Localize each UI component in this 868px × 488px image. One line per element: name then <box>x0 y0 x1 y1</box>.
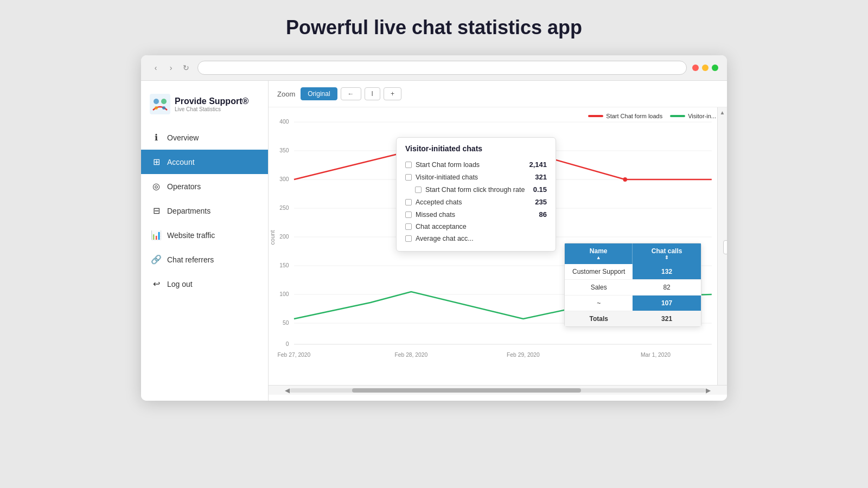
subtable-td-value-sales: 82 <box>633 280 700 295</box>
sidebar-item-chat-referrers[interactable]: 🔗Chat referrers <box>141 247 268 272</box>
subtable-row-totals: Totals 321 <box>565 311 701 326</box>
tooltip-checkbox-acceptance[interactable] <box>405 223 412 230</box>
main-content: Zoom Original ← I + Start Chat form load… <box>269 81 727 401</box>
sidebar-item-operators[interactable]: ◎Operators <box>141 174 268 198</box>
tooltip-row-clickthrough: Start Chat form click through rate 0.15 <box>405 183 547 196</box>
nav-refresh-button[interactable]: ↻ <box>180 62 192 74</box>
sidebar-icon-chat-referrers: 🔗 <box>151 254 162 265</box>
scroll-right-arrow[interactable]: ▶ <box>706 387 711 394</box>
svg-text:150: 150 <box>279 262 289 268</box>
browser-nav: ‹ › ↻ <box>150 62 192 74</box>
tooltip-value-visitor-chats: 321 <box>535 173 547 181</box>
tooltip-checkbox-form-loads[interactable] <box>405 162 412 168</box>
svg-text:Mar 1, 2020: Mar 1, 2020 <box>641 351 671 358</box>
sidebar-label-website-traffic: Website traffic <box>167 231 215 240</box>
sidebar-item-overview[interactable]: ℹOverview <box>141 125 268 150</box>
traffic-lights <box>692 65 718 71</box>
sidebar-icon-overview: ℹ <box>151 132 162 143</box>
svg-text:350: 350 <box>279 147 289 153</box>
url-bar[interactable] <box>197 61 687 75</box>
subtable-header: Name▲ Chat calls⇕ <box>565 243 701 264</box>
svg-text:Feb 27, 2020: Feb 27, 2020 <box>278 351 311 358</box>
tooltip-row-accepted: Accepted chats 235 <box>405 196 547 208</box>
sidebar-icon-account: ⊞ <box>151 157 162 167</box>
subtable-row-tilde: ~ 107 <box>565 296 701 311</box>
sidebar-icon-log-out: ↩ <box>151 279 162 289</box>
sidebar-icon-departments: ⊟ <box>151 206 162 216</box>
page-title: Powerful live chat statistics app <box>286 16 582 39</box>
scrollbar-horizontal[interactable]: ◀ ▶ <box>269 385 727 395</box>
zoom-original-button[interactable]: Original <box>301 87 337 100</box>
sidebar-items-container: ℹOverview⊞Account◎Operators⊟Departments📊… <box>141 125 268 296</box>
chart-toolbar: Zoom Original ← I + <box>269 81 727 107</box>
svg-text:Feb 29, 2020: Feb 29, 2020 <box>507 351 540 358</box>
svg-text:0: 0 <box>286 341 289 347</box>
svg-text:100: 100 <box>279 291 289 297</box>
sidebar-icon-website-traffic: 📊 <box>151 230 162 240</box>
tooltip-label-form-loads: Start Chat form loads <box>416 161 480 169</box>
tooltip-label-accepted: Accepted chats <box>416 198 462 206</box>
tooltip-label-visitor-chats: Visitor-initiated chats <box>416 174 478 181</box>
sidebar-item-website-traffic[interactable]: 📊Website traffic <box>141 223 268 247</box>
tooltip-label-clickthrough: Start Chat form click through rate <box>425 186 525 194</box>
logo-brand: Provide Support® <box>175 97 248 106</box>
svg-point-4 <box>162 106 165 110</box>
subtable-td-name-tilde: ~ <box>565 296 633 311</box>
scroll-left-arrow[interactable]: ◀ <box>285 387 290 394</box>
zoom-minus-button[interactable]: ← <box>341 87 361 100</box>
subtable-th-calls[interactable]: Chat calls⇕ <box>633 243 700 264</box>
logo-text-block: Provide Support® Live Chat Statistics <box>175 97 248 112</box>
tooltip-label-avg-acc: Average chat acc... <box>416 235 474 242</box>
subtable-td-value-cs: 132 <box>633 264 700 279</box>
tooltip-row-acceptance: Chat acceptance <box>405 221 547 233</box>
nav-back-button[interactable]: ‹ <box>150 62 162 74</box>
traffic-light-yellow <box>702 65 709 71</box>
subtable-row-customer-support: Customer Support 132 <box>565 264 701 280</box>
tooltip-value-form-loads: 2,141 <box>529 160 547 169</box>
logo-icon <box>150 94 170 114</box>
sidebar-label-account: Account <box>167 158 195 166</box>
svg-text:Feb 28, 2020: Feb 28, 2020 <box>394 351 427 358</box>
sort-arrow-name: ▲ <box>572 255 624 260</box>
subtable-th-name[interactable]: Name▲ <box>565 243 633 264</box>
tooltip-checkbox-clickthrough[interactable] <box>415 187 422 193</box>
scroll-up-arrow[interactable]: ▲ <box>720 110 725 115</box>
svg-point-3 <box>155 106 158 110</box>
nav-forward-button[interactable]: › <box>165 62 177 74</box>
subtable-td-name-totals: Totals <box>565 311 633 326</box>
svg-point-2 <box>161 99 167 104</box>
zoom-label: Zoom <box>277 90 295 98</box>
browser-window: ‹ › ↻ Pr <box>141 55 727 401</box>
sidebar-item-log-out[interactable]: ↩Log out <box>141 272 268 296</box>
tooltip-title: Visitor-initiated chats <box>405 144 547 153</box>
traffic-light-green <box>712 65 718 71</box>
zoom-reset-button[interactable]: I <box>365 87 380 100</box>
subtable-td-name-cs: Customer Support <box>565 264 633 279</box>
scrollbar-thumb-h[interactable] <box>352 388 581 393</box>
subtable-toggle-button[interactable]: ▲ <box>723 240 727 254</box>
sidebar-item-account[interactable]: ⊞Account <box>141 150 268 174</box>
tooltip-row-visitor-chats: Visitor-initiated chats 321 <box>405 171 547 183</box>
zoom-plus-button[interactable]: + <box>384 87 401 100</box>
tooltip-label-missed: Missed chats <box>416 211 455 219</box>
svg-point-1 <box>154 99 159 104</box>
sidebar-label-overview: Overview <box>167 133 199 142</box>
svg-point-24 <box>623 177 627 182</box>
tooltip-checkbox-visitor-chats[interactable] <box>405 174 412 181</box>
tooltip-value-missed: 86 <box>539 210 547 219</box>
tooltip-label-acceptance: Chat acceptance <box>416 223 467 230</box>
svg-text:250: 250 <box>279 204 289 211</box>
chart-area: Start Chat form loads Visitor-in... 400 … <box>269 107 727 395</box>
svg-text:400: 400 <box>279 118 289 125</box>
tooltip-checkbox-accepted[interactable] <box>405 199 412 206</box>
logo-sub: Live Chat Statistics <box>175 106 248 112</box>
svg-text:200: 200 <box>279 233 289 240</box>
sidebar-item-departments[interactable]: ⊟Departments <box>141 198 268 223</box>
tooltip-checkbox-avg-acc[interactable] <box>405 235 412 242</box>
svg-text:50: 50 <box>283 319 289 326</box>
sort-arrow-calls: ⇕ <box>640 255 693 260</box>
tooltip-checkbox-missed[interactable] <box>405 211 412 218</box>
browser-bar: ‹ › ↻ <box>141 55 727 81</box>
sidebar: Provide Support® Live Chat Statistics ℹO… <box>141 81 269 401</box>
tooltip-value-accepted: 235 <box>535 198 547 206</box>
